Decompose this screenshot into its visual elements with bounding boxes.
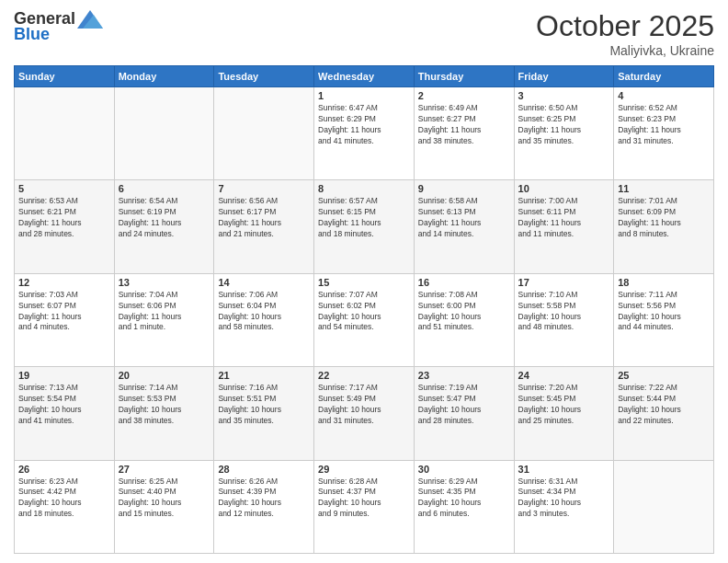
header-friday: Friday: [514, 66, 614, 87]
day-number: 25: [618, 370, 710, 381]
days-header-row: Sunday Monday Tuesday Wednesday Thursday…: [15, 66, 714, 87]
calendar-week-4: 19Sunrise: 7:13 AM Sunset: 5:54 PM Dayli…: [15, 367, 714, 460]
calendar-cell: 29Sunrise: 6:28 AM Sunset: 4:37 PM Dayli…: [314, 460, 415, 553]
day-number: 30: [418, 464, 510, 475]
day-number: 8: [318, 183, 410, 194]
day-info: Sunrise: 6:53 AM Sunset: 6:21 PM Dayligh…: [18, 196, 110, 240]
day-number: 20: [119, 370, 210, 381]
day-info: Sunrise: 7:07 AM Sunset: 6:02 PM Dayligh…: [318, 290, 410, 334]
day-info: Sunrise: 7:08 AM Sunset: 6:00 PM Dayligh…: [418, 290, 510, 334]
day-info: Sunrise: 7:00 AM Sunset: 6:11 PM Dayligh…: [518, 196, 610, 240]
day-number: 2: [418, 90, 510, 101]
day-number: 24: [518, 370, 610, 381]
day-number: 15: [318, 277, 410, 288]
day-info: Sunrise: 7:13 AM Sunset: 5:54 PM Dayligh…: [18, 383, 110, 427]
calendar-cell: 3Sunrise: 6:50 AM Sunset: 6:25 PM Daylig…: [514, 87, 614, 180]
day-info: Sunrise: 7:17 AM Sunset: 5:49 PM Dayligh…: [318, 383, 410, 427]
day-info: Sunrise: 6:28 AM Sunset: 4:37 PM Dayligh…: [318, 477, 410, 521]
calendar-cell: [614, 460, 714, 553]
day-number: 19: [18, 370, 110, 381]
day-number: 11: [618, 183, 710, 194]
day-info: Sunrise: 7:03 AM Sunset: 6:07 PM Dayligh…: [18, 290, 110, 334]
month-title: October 2025: [536, 9, 714, 43]
calendar-cell: 18Sunrise: 7:11 AM Sunset: 5:56 PM Dayli…: [614, 273, 714, 366]
day-info: Sunrise: 6:52 AM Sunset: 6:23 PM Dayligh…: [618, 103, 710, 147]
page: General Blue October 2025 Maliyivka, Ukr…: [0, 0, 728, 563]
header-saturday: Saturday: [614, 66, 714, 87]
day-info: Sunrise: 6:29 AM Sunset: 4:35 PM Dayligh…: [418, 477, 510, 521]
day-number: 5: [18, 183, 110, 194]
day-info: Sunrise: 6:26 AM Sunset: 4:39 PM Dayligh…: [218, 477, 310, 521]
calendar-cell: 8Sunrise: 6:57 AM Sunset: 6:15 PM Daylig…: [314, 180, 415, 273]
day-info: Sunrise: 6:58 AM Sunset: 6:13 PM Dayligh…: [418, 196, 510, 240]
calendar-cell: 2Sunrise: 6:49 AM Sunset: 6:27 PM Daylig…: [414, 87, 514, 180]
calendar-cell: [114, 87, 214, 180]
calendar-cell: 26Sunrise: 6:23 AM Sunset: 4:42 PM Dayli…: [15, 460, 115, 553]
day-number: 22: [318, 370, 410, 381]
calendar-cell: 11Sunrise: 7:01 AM Sunset: 6:09 PM Dayli…: [614, 180, 714, 273]
calendar-cell: 30Sunrise: 6:29 AM Sunset: 4:35 PM Dayli…: [414, 460, 514, 553]
calendar-cell: 31Sunrise: 6:31 AM Sunset: 4:34 PM Dayli…: [514, 460, 614, 553]
day-number: 10: [518, 183, 610, 194]
day-info: Sunrise: 6:56 AM Sunset: 6:17 PM Dayligh…: [218, 196, 310, 240]
header-monday: Monday: [114, 66, 214, 87]
day-info: Sunrise: 7:10 AM Sunset: 5:58 PM Dayligh…: [518, 290, 610, 334]
day-number: 21: [218, 370, 310, 381]
day-number: 12: [18, 277, 110, 288]
calendar-cell: 4Sunrise: 6:52 AM Sunset: 6:23 PM Daylig…: [614, 87, 714, 180]
day-number: 23: [418, 370, 510, 381]
calendar-cell: 27Sunrise: 6:25 AM Sunset: 4:40 PM Dayli…: [114, 460, 214, 553]
calendar-cell: 16Sunrise: 7:08 AM Sunset: 6:00 PM Dayli…: [414, 273, 514, 366]
day-info: Sunrise: 7:14 AM Sunset: 5:53 PM Dayligh…: [119, 383, 210, 427]
day-number: 13: [119, 277, 210, 288]
logo-blue-text: Blue: [14, 25, 50, 44]
location: Maliyivka, Ukraine: [536, 43, 714, 58]
calendar-cell: 15Sunrise: 7:07 AM Sunset: 6:02 PM Dayli…: [314, 273, 415, 366]
day-info: Sunrise: 6:49 AM Sunset: 6:27 PM Dayligh…: [418, 103, 510, 147]
calendar-week-1: 1Sunrise: 6:47 AM Sunset: 6:29 PM Daylig…: [15, 87, 714, 180]
day-info: Sunrise: 6:54 AM Sunset: 6:19 PM Dayligh…: [119, 196, 210, 240]
day-number: 6: [119, 183, 210, 194]
day-info: Sunrise: 7:20 AM Sunset: 5:45 PM Dayligh…: [518, 383, 610, 427]
calendar-cell: 13Sunrise: 7:04 AM Sunset: 6:06 PM Dayli…: [114, 273, 214, 366]
calendar-cell: 19Sunrise: 7:13 AM Sunset: 5:54 PM Dayli…: [15, 367, 115, 460]
day-info: Sunrise: 6:25 AM Sunset: 4:40 PM Dayligh…: [119, 477, 210, 521]
calendar-cell: 10Sunrise: 7:00 AM Sunset: 6:11 PM Dayli…: [514, 180, 614, 273]
day-number: 7: [218, 183, 310, 194]
day-number: 1: [318, 90, 410, 101]
day-number: 26: [18, 464, 110, 475]
day-number: 17: [518, 277, 610, 288]
calendar-week-5: 26Sunrise: 6:23 AM Sunset: 4:42 PM Dayli…: [15, 460, 714, 553]
day-number: 29: [318, 464, 410, 475]
header-thursday: Thursday: [414, 66, 514, 87]
day-info: Sunrise: 7:22 AM Sunset: 5:44 PM Dayligh…: [618, 383, 710, 427]
calendar-cell: 5Sunrise: 6:53 AM Sunset: 6:21 PM Daylig…: [15, 180, 115, 273]
calendar-cell: 14Sunrise: 7:06 AM Sunset: 6:04 PM Dayli…: [214, 273, 314, 366]
day-number: 4: [618, 90, 710, 101]
calendar-cell: 7Sunrise: 6:56 AM Sunset: 6:17 PM Daylig…: [214, 180, 314, 273]
day-info: Sunrise: 6:57 AM Sunset: 6:15 PM Dayligh…: [318, 196, 410, 240]
day-info: Sunrise: 6:23 AM Sunset: 4:42 PM Dayligh…: [18, 477, 110, 521]
calendar-cell: [214, 87, 314, 180]
day-number: 28: [218, 464, 310, 475]
calendar: Sunday Monday Tuesday Wednesday Thursday…: [14, 65, 714, 554]
day-info: Sunrise: 7:19 AM Sunset: 5:47 PM Dayligh…: [418, 383, 510, 427]
logo-icon: [77, 10, 103, 29]
calendar-cell: 28Sunrise: 6:26 AM Sunset: 4:39 PM Dayli…: [214, 460, 314, 553]
day-number: 18: [618, 277, 710, 288]
day-info: Sunrise: 7:16 AM Sunset: 5:51 PM Dayligh…: [218, 383, 310, 427]
day-info: Sunrise: 6:47 AM Sunset: 6:29 PM Dayligh…: [318, 103, 410, 147]
calendar-cell: 25Sunrise: 7:22 AM Sunset: 5:44 PM Dayli…: [614, 367, 714, 460]
calendar-cell: 12Sunrise: 7:03 AM Sunset: 6:07 PM Dayli…: [15, 273, 115, 366]
title-section: October 2025 Maliyivka, Ukraine: [536, 9, 714, 58]
header-wednesday: Wednesday: [314, 66, 415, 87]
calendar-week-3: 12Sunrise: 7:03 AM Sunset: 6:07 PM Dayli…: [15, 273, 714, 366]
day-info: Sunrise: 7:01 AM Sunset: 6:09 PM Dayligh…: [618, 196, 710, 240]
day-number: 14: [218, 277, 310, 288]
calendar-cell: 17Sunrise: 7:10 AM Sunset: 5:58 PM Dayli…: [514, 273, 614, 366]
calendar-cell: 9Sunrise: 6:58 AM Sunset: 6:13 PM Daylig…: [414, 180, 514, 273]
day-info: Sunrise: 6:50 AM Sunset: 6:25 PM Dayligh…: [518, 103, 610, 147]
calendar-cell: 20Sunrise: 7:14 AM Sunset: 5:53 PM Dayli…: [114, 367, 214, 460]
header: General Blue October 2025 Maliyivka, Ukr…: [14, 9, 714, 58]
calendar-cell: 24Sunrise: 7:20 AM Sunset: 5:45 PM Dayli…: [514, 367, 614, 460]
